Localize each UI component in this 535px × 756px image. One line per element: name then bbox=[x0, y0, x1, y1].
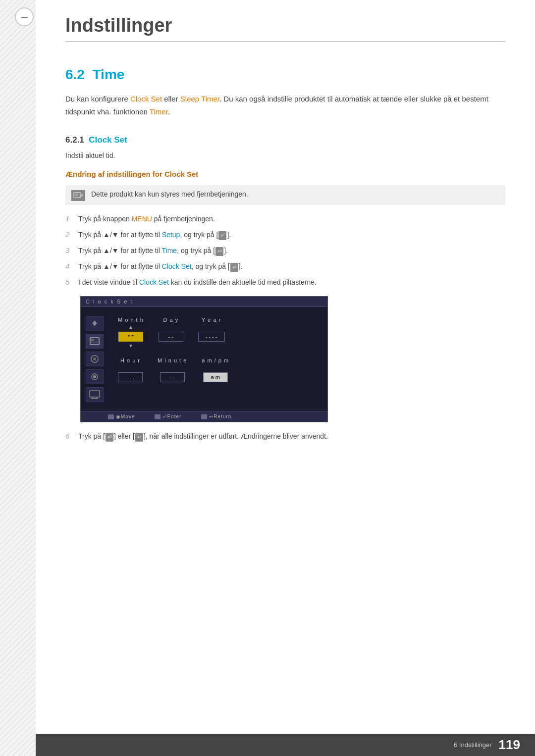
step-4: 4 Tryk på ▲/▼ for at flytte til Clock Se… bbox=[65, 260, 505, 272]
cs-month-label: M o n t h bbox=[118, 317, 144, 323]
cs-titlebar: C l o c k S e t bbox=[81, 297, 327, 307]
enter-key-3: ⏎ bbox=[215, 247, 223, 256]
step-text-1: Tryk på knappen MENU på fjernbetjeningen… bbox=[78, 213, 505, 224]
cs-day-label: D a y bbox=[163, 317, 178, 323]
cs-bottom-return: ↩Return bbox=[201, 414, 231, 419]
section-heading: 6.2 Time bbox=[65, 67, 505, 83]
step-text-2: Tryk på ▲/▼ for at flytte til Setup, og … bbox=[78, 229, 505, 240]
intro-paragraph: Du kan konfigurere Clock Set eller Sleep… bbox=[65, 93, 505, 118]
svg-point-7 bbox=[93, 357, 96, 360]
enter-key-4: ⏎ bbox=[230, 263, 238, 272]
note-text: Dette produkt kan kun styres med fjernbe… bbox=[91, 189, 248, 200]
cs-field-year: Y e a r ▲ - - - - ▼ bbox=[198, 317, 225, 349]
cs-return-icon bbox=[201, 414, 207, 419]
note-icon bbox=[71, 190, 85, 201]
intro-highlight-clockset: Clock Set bbox=[130, 95, 162, 103]
cs-row-date: M o n t h ▲ * * ▼ D a y ▲ - - ▼ bbox=[118, 317, 318, 349]
change-heading: Ændring af indstillingen for Clock Set bbox=[65, 170, 505, 178]
step1-highlight: MENU bbox=[132, 215, 152, 223]
step-number-2: 2 bbox=[65, 229, 73, 241]
cs-year-value: - - - - bbox=[198, 332, 225, 342]
cs-row-time: H o u r ▲ - - ▼ M i n u t e ▲ - - ▼ bbox=[118, 357, 318, 389]
step-number-4: 4 bbox=[65, 260, 73, 272]
step2-highlight: Setup bbox=[162, 231, 180, 239]
cs-ampm-value: a m bbox=[203, 372, 228, 382]
step-number-1: 1 bbox=[65, 213, 73, 225]
cs-field-day: D a y ▲ - - ▼ bbox=[159, 317, 183, 349]
cs-body: M o n t h ▲ * * ▼ D a y ▲ - - ▼ bbox=[81, 307, 327, 411]
clock-set-ui: C l o c k S e t bbox=[80, 296, 328, 422]
page-title: Indstillinger bbox=[65, 0, 505, 42]
step-text-5: I det viste vindue til Clock Set kan du … bbox=[78, 277, 505, 288]
cs-month-down: ▼ bbox=[128, 344, 133, 349]
step-6: 6 Tryk på [⏎] eller [↩], når alle indsti… bbox=[65, 430, 505, 442]
step-text-3: Tryk på ▲/▼ for at flytte til Time, og t… bbox=[78, 245, 505, 256]
cs-bottom-move: ◉Move bbox=[108, 414, 135, 419]
cs-ampm-label: a m / p m bbox=[202, 357, 229, 363]
cs-year-label: Y e a r bbox=[202, 317, 221, 323]
page-footer: 6 Indstillinger 119 bbox=[36, 734, 535, 756]
step-number-6: 6 bbox=[65, 430, 73, 442]
cs-main-content: M o n t h ▲ * * ▼ D a y ▲ - - ▼ bbox=[108, 312, 327, 406]
cs-hour-value: - - bbox=[118, 372, 143, 382]
step-text-4: Tryk på ▲/▼ for at flytte til Clock Set,… bbox=[78, 261, 505, 272]
subsection-title: Clock Set bbox=[89, 135, 127, 145]
cs-icon-image bbox=[86, 334, 104, 349]
step-text-6: Tryk på [⏎] eller [↩], når alle indstill… bbox=[78, 431, 505, 442]
cs-icon-dot bbox=[86, 369, 104, 384]
intro-highlight-timer: Timer bbox=[150, 107, 168, 116]
chapter-circle: — bbox=[15, 7, 34, 26]
step-2: 2 Tryk på ▲/▼ for at flytte til Setup, o… bbox=[65, 229, 505, 241]
svg-rect-10 bbox=[90, 391, 100, 397]
cs-icon-arrow bbox=[86, 316, 104, 331]
cs-hour-label: H o u r bbox=[120, 357, 140, 363]
step-3: 3 Tryk på ▲/▼ for at flytte til Time, og… bbox=[65, 245, 505, 256]
cs-bottom-enter: ⏎Enter bbox=[155, 414, 181, 419]
subsection-heading: 6.2.1 Clock Set bbox=[65, 135, 505, 145]
pencil-icon bbox=[73, 192, 83, 200]
svg-rect-4 bbox=[91, 339, 94, 341]
cs-field-month: M o n t h ▲ * * ▼ bbox=[118, 317, 144, 349]
decorative-stripe bbox=[0, 0, 36, 756]
step4-highlight: Clock Set bbox=[162, 262, 192, 270]
cs-field-minute: M i n u t e ▲ - - ▼ bbox=[158, 357, 187, 389]
cs-sidebar bbox=[81, 312, 108, 406]
svg-point-9 bbox=[93, 375, 96, 378]
step-number-5: 5 bbox=[65, 276, 73, 288]
intro-highlight-sleeptimer: Sleep Timer bbox=[180, 95, 219, 103]
step5-highlight: Clock Set bbox=[139, 278, 169, 286]
cs-day-value: - - bbox=[159, 332, 183, 342]
cs-field-hour: H o u r ▲ - - ▼ bbox=[118, 357, 143, 389]
enter-key-6: ⏎ bbox=[106, 433, 113, 442]
cs-minute-label: M i n u t e bbox=[158, 357, 187, 363]
cs-field-ampm: a m / p m ▲ a m ▼ bbox=[202, 357, 229, 389]
cs-month-up: ▲ bbox=[128, 325, 133, 330]
svg-rect-0 bbox=[74, 193, 81, 198]
svg-rect-5 bbox=[91, 342, 98, 343]
step-5: 5 I det viste vindue til Clock Set kan d… bbox=[65, 276, 505, 288]
footer-page-number: 119 bbox=[499, 737, 520, 753]
subsection-clockset: 6.2.1 Clock Set Indstil aktuel tid. Ændr… bbox=[65, 135, 505, 442]
return-key-6: ↩ bbox=[135, 433, 143, 442]
step-1: 1 Tryk på knappen MENU på fjernbetjening… bbox=[65, 213, 505, 225]
steps-list: 1 Tryk på knappen MENU på fjernbetjening… bbox=[65, 213, 505, 288]
cs-month-value: * * bbox=[118, 332, 143, 342]
cs-bottombar: ◉Move ⏎Enter ↩Return bbox=[81, 411, 327, 422]
section-time: 6.2 Time Du kan konfigurere Clock Set el… bbox=[65, 67, 505, 442]
note-box: Dette produkt kan kun styres med fjernbe… bbox=[65, 185, 505, 205]
step6-list: 6 Tryk på [⏎] eller [↩], når alle indsti… bbox=[65, 430, 505, 442]
cs-minute-value: - - bbox=[160, 372, 185, 382]
footer-section-label: 6 Indstillinger bbox=[454, 741, 492, 749]
cs-icon-circle bbox=[86, 352, 104, 366]
step-number-3: 3 bbox=[65, 245, 73, 256]
cs-icon-monitor bbox=[86, 387, 104, 402]
subsection-body: Indstil aktuel tid. bbox=[65, 150, 505, 161]
enter-key-2: ⏎ bbox=[218, 231, 226, 240]
step3-highlight: Time bbox=[162, 247, 177, 254]
cs-move-icon bbox=[108, 414, 114, 419]
cs-enter-icon bbox=[155, 414, 160, 419]
